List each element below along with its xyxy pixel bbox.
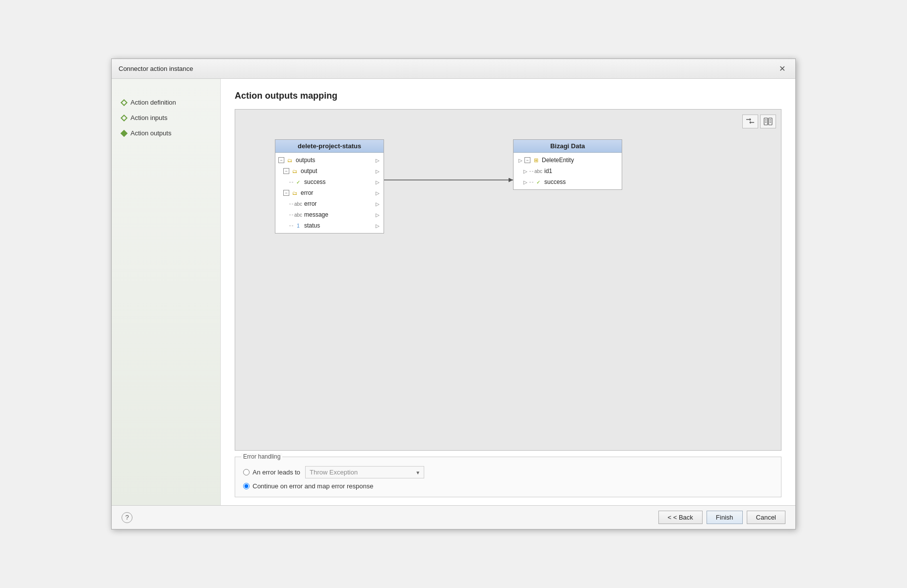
left-node-header: delete-project-status (275, 140, 384, 153)
table-icon: ⊞ (532, 156, 540, 164)
finish-button[interactable]: Finish (707, 511, 743, 524)
right-node-header: Bizagi Data (514, 140, 622, 153)
right-panel: Action outputs mapping (221, 79, 795, 505)
error-row-1: An error leads to Throw Exception (243, 466, 773, 478)
node-row: ▷ − ⊞ DeleteEntity (514, 155, 622, 166)
footer-right: < < Back Finish Cancel (658, 511, 785, 524)
tree-connector (289, 182, 293, 182)
error-row-2: Continue on error and map error response (243, 482, 773, 490)
node-row: abc error ▷ (275, 198, 384, 209)
node-row: − 🗂 error ▷ (275, 187, 384, 198)
node-row: − 🗂 outputs ▷ (275, 155, 384, 166)
sidebar-label-3: Action outputs (130, 129, 171, 137)
dialog-title: Connector action instance (119, 65, 193, 72)
check-icon: ✓ (294, 178, 302, 186)
mapping-area: delete-project-status − 🗂 outputs ▷ (235, 109, 781, 451)
error-option-2-label[interactable]: Continue on error and map error response (243, 482, 374, 490)
sidebar: Action definition Action inputs Action o… (112, 79, 221, 505)
error-option-2-text: Continue on error and map error response (253, 482, 374, 490)
tree-connector (289, 226, 293, 226)
row-arrow: ▷ (376, 201, 380, 207)
throw-exception-select[interactable]: Throw Exception (305, 466, 424, 478)
tree-connector (289, 215, 293, 215)
row-arrow: ▷ (376, 223, 380, 229)
briefcase-icon: 🗂 (286, 156, 294, 164)
row-arrow: ▷ (376, 190, 380, 196)
expand-icon[interactable]: − (283, 190, 289, 196)
row-label: output (301, 168, 374, 175)
abc-icon: abc (294, 211, 302, 219)
row-arrow: ▷ (376, 212, 380, 218)
row-arrow: ▷ (376, 169, 380, 174)
row-arrow-left: ▷ (518, 158, 522, 163)
mapping-toolbar (742, 115, 776, 128)
row-label: outputs (296, 157, 374, 164)
cancel-button[interactable]: Cancel (747, 511, 785, 524)
sidebar-item-action-definition[interactable]: Action definition (122, 99, 210, 106)
expand-icon[interactable]: − (283, 168, 289, 174)
back-button[interactable]: < < Back (658, 511, 703, 524)
sidebar-diamond-2 (121, 114, 128, 121)
row-arrow: ▷ (376, 179, 380, 185)
auto-map-button[interactable] (760, 115, 776, 128)
briefcase-icon: 🗂 (291, 189, 299, 197)
mapping-canvas: delete-project-status − 🗂 outputs ▷ (235, 110, 781, 450)
panel-title: Action outputs mapping (235, 91, 781, 101)
help-button[interactable]: ? (122, 512, 132, 523)
dialog: Connector action instance ✕ Action defin… (111, 59, 796, 529)
title-bar: Connector action instance ✕ (112, 59, 795, 79)
row-label: error (304, 200, 374, 207)
error-radio-1[interactable] (243, 469, 250, 475)
tree-connector (529, 182, 533, 182)
abc-icon: abc (294, 200, 302, 208)
tree-connector (529, 171, 533, 172)
node-row: ✓ success ▷ (275, 176, 384, 187)
node-row: abc message ▷ (275, 209, 384, 220)
num-icon: 1 (294, 222, 302, 230)
sidebar-item-action-outputs[interactable]: Action outputs (122, 129, 210, 137)
row-arrow-left: ▷ (523, 179, 527, 185)
footer-left: ? (122, 512, 132, 523)
node-row: 1 status ▷ (275, 220, 384, 231)
left-node: delete-project-status − 🗂 outputs ▷ (275, 139, 384, 234)
error-radio-2[interactable] (243, 483, 250, 489)
check-icon: ✓ (534, 178, 542, 186)
row-label: message (304, 211, 374, 218)
row-label: success (304, 178, 374, 185)
sidebar-item-action-inputs[interactable]: Action inputs (122, 114, 210, 121)
row-arrow: ▷ (376, 158, 380, 163)
error-option-1-text: An error leads to (253, 469, 300, 476)
row-label: status (304, 222, 374, 229)
error-handling: Error handling An error leads to Throw E… (235, 457, 781, 497)
right-node: Bizagi Data ▷ − ⊞ DeleteEntity (513, 139, 622, 190)
briefcase-icon: 🗂 (291, 167, 299, 175)
throw-select-wrapper: Throw Exception (305, 466, 424, 478)
abc-icon: abc (534, 167, 542, 175)
svg-rect-6 (764, 118, 768, 125)
tree-connector (289, 204, 293, 204)
close-button[interactable]: ✕ (776, 63, 788, 74)
left-node-rows: − 🗂 outputs ▷ − 🗂 output ▷ (275, 153, 384, 233)
expand-icon[interactable]: − (524, 157, 530, 163)
node-row: ▷ abc id1 (514, 166, 622, 176)
error-option-1-label[interactable]: An error leads to (243, 469, 300, 476)
row-label: error (301, 189, 374, 196)
error-handling-legend: Error handling (241, 453, 282, 460)
row-label: DeleteEntity (542, 157, 618, 164)
row-label: success (544, 178, 618, 185)
sidebar-label-1: Action definition (130, 99, 176, 106)
sidebar-label-2: Action inputs (130, 114, 167, 121)
main-content: Action definition Action inputs Action o… (112, 79, 795, 505)
row-arrow-left: ▷ (523, 169, 527, 174)
right-node-rows: ▷ − ⊞ DeleteEntity ▷ abc id1 (514, 153, 622, 189)
expand-icon[interactable]: − (278, 157, 284, 163)
row-label: id1 (544, 168, 618, 175)
svg-rect-7 (769, 118, 772, 125)
map-fields-button[interactable] (742, 115, 758, 128)
sidebar-diamond-3 (121, 129, 128, 136)
node-row: ▷ ✓ success (514, 176, 622, 187)
footer: ? < < Back Finish Cancel (112, 505, 795, 529)
sidebar-diamond-1 (121, 99, 128, 106)
node-row: − 🗂 output ▷ (275, 166, 384, 176)
